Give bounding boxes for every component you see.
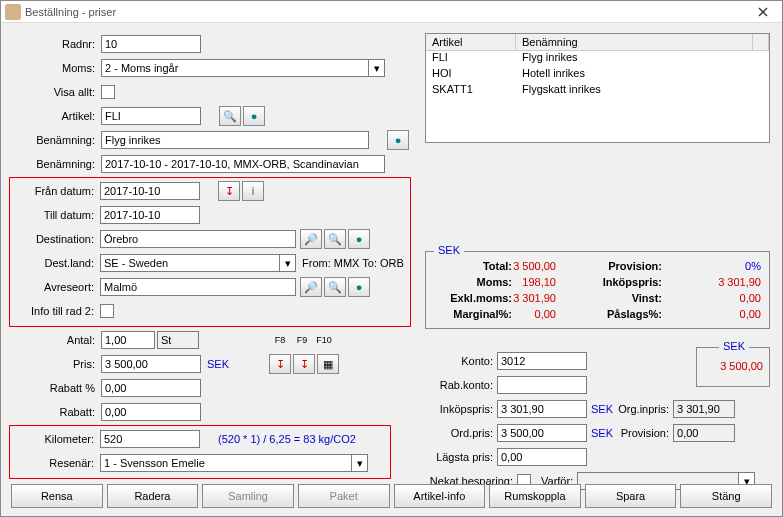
avreseort-label: Avreseort: bbox=[10, 281, 100, 293]
destination-input[interactable]: Örebro bbox=[100, 230, 296, 248]
f9-button[interactable]: ↧ bbox=[293, 354, 315, 374]
artikel-label: Artikel: bbox=[11, 110, 101, 122]
moms-dropdown-icon[interactable]: ▾ bbox=[369, 59, 385, 77]
dot-button[interactable]: ● bbox=[243, 106, 265, 126]
rensa-button[interactable]: Rensa bbox=[11, 484, 103, 508]
info-icon[interactable]: i bbox=[242, 181, 264, 201]
rabkonto-label: Rab.konto: bbox=[425, 379, 497, 391]
resenar-dropdown-icon[interactable]: ▾ bbox=[352, 454, 368, 472]
pris-label: Pris: bbox=[11, 358, 101, 370]
titlebar: Beställning - priser bbox=[1, 1, 782, 23]
benamning-label: Benämning: bbox=[11, 134, 101, 146]
benamning2-input[interactable]: 2017-10-10 - 2017-10-10, MMX-ORB, Scandi… bbox=[101, 155, 385, 173]
table-row: SKATT1Flygskatt inrikes bbox=[426, 83, 769, 99]
radnr-input[interactable]: 10 bbox=[101, 35, 201, 53]
binoculars-icon-2[interactable]: 🔍 bbox=[324, 229, 346, 249]
avreseort-input[interactable]: Malmö bbox=[100, 278, 296, 296]
table-row: FLIFlyg inrikes bbox=[426, 51, 769, 67]
destland-dropdown-icon[interactable]: ▾ bbox=[280, 254, 296, 272]
orginpris-label: Org.inpris: bbox=[613, 403, 673, 415]
inkopspris-input[interactable]: 3 301,90 bbox=[497, 400, 587, 418]
antal-unit: St bbox=[157, 331, 199, 349]
antal-label: Antal: bbox=[11, 334, 101, 346]
lagsta-pris-label: Lägsta pris: bbox=[425, 451, 497, 463]
close-button[interactable] bbox=[748, 3, 778, 21]
co2-text: (520 * 1) / 6,25 = 83 kg/CO2 bbox=[218, 433, 356, 445]
f9-label: F9 bbox=[291, 335, 313, 345]
radnr-label: Radnr: bbox=[11, 38, 101, 50]
grid-header-benamning[interactable]: Benämning bbox=[516, 34, 753, 50]
antal-input[interactable]: 1,00 bbox=[101, 331, 155, 349]
table-row: HOIHotell inrikes bbox=[426, 67, 769, 83]
inkopspris-label: Inköpspris: bbox=[425, 403, 497, 415]
benamning-input[interactable]: Flyg inrikes bbox=[101, 131, 369, 149]
till-datum-input[interactable]: 2017-10-10 bbox=[100, 206, 200, 224]
resenar-label: Resenär: bbox=[10, 457, 100, 469]
konto-input[interactable]: 3012 bbox=[497, 352, 587, 370]
dot-button-4[interactable]: ● bbox=[348, 277, 370, 297]
rabatt-pct-label: Rabatt % bbox=[11, 382, 101, 394]
stang-button[interactable]: Stäng bbox=[680, 484, 772, 508]
moms-select[interactable]: 2 - Moms ingår bbox=[101, 59, 369, 77]
provision-input: 0,00 bbox=[673, 424, 735, 442]
binoculars-icon-3[interactable]: 🔍 bbox=[324, 277, 346, 297]
summary-box: SEK Total:3 500,00 Provision:0% Moms:198… bbox=[425, 251, 770, 329]
kilometer-label: Kilometer: bbox=[10, 433, 100, 445]
ordpris-input[interactable]: 3 500,00 bbox=[497, 424, 587, 442]
lagsta-pris-input[interactable]: 0,00 bbox=[497, 448, 587, 466]
dot-button-3[interactable]: ● bbox=[348, 229, 370, 249]
artikel-input[interactable]: FLI bbox=[101, 107, 201, 125]
rabatt-pct-input[interactable]: 0,00 bbox=[101, 379, 201, 397]
rumskoppla-button[interactable]: Rumskoppla bbox=[489, 484, 581, 508]
ordpris-ccy: SEK bbox=[591, 427, 613, 439]
destland-label: Dest.land: bbox=[10, 257, 100, 269]
pris-currency: SEK bbox=[207, 358, 229, 370]
inkopspris-ccy: SEK bbox=[591, 403, 613, 415]
info-rad2-label: Info till rad 2: bbox=[10, 305, 100, 317]
rabkonto-input[interactable] bbox=[497, 376, 587, 394]
dot-button-2[interactable]: ● bbox=[387, 130, 409, 150]
search-icon[interactable]: 🔎 bbox=[300, 229, 322, 249]
benamning2-label: Benämning: bbox=[11, 158, 101, 170]
paket-button[interactable]: Paket bbox=[298, 484, 390, 508]
window-title: Beställning - priser bbox=[25, 6, 748, 18]
arrow-down-icon[interactable]: ↧ bbox=[218, 181, 240, 201]
destination-label: Destination: bbox=[10, 233, 100, 245]
till-datum-label: Till datum: bbox=[10, 209, 100, 221]
ordpris-label: Ord.pris: bbox=[425, 427, 497, 439]
moms-label: Moms: bbox=[11, 62, 101, 74]
konto-label: Konto: bbox=[425, 355, 497, 367]
summary-legend: SEK bbox=[434, 244, 464, 256]
provision-label: Provision: bbox=[613, 427, 673, 439]
artikel-grid[interactable]: Artikel Benämning FLIFlyg inrikes HOIHot… bbox=[425, 33, 770, 143]
search-icon-2[interactable]: 🔎 bbox=[300, 277, 322, 297]
f10-button[interactable]: ▦ bbox=[317, 354, 339, 374]
kilometer-input[interactable]: 520 bbox=[100, 430, 200, 448]
rabatt-input[interactable]: 0,00 bbox=[101, 403, 201, 421]
rabatt-label: Rabatt: bbox=[11, 406, 101, 418]
samling-button[interactable]: Samling bbox=[202, 484, 294, 508]
orginpris-input: 3 301,90 bbox=[673, 400, 735, 418]
info-rad2-checkbox[interactable] bbox=[100, 304, 114, 318]
destland-select[interactable]: SE - Sweden bbox=[100, 254, 280, 272]
grid-header-artikel[interactable]: Artikel bbox=[426, 34, 516, 50]
spara-button[interactable]: Spara bbox=[585, 484, 677, 508]
resenar-select[interactable]: 1 - Svensson Emelie bbox=[100, 454, 352, 472]
from-to-text: From: MMX To: ORB bbox=[302, 257, 404, 269]
radera-button[interactable]: Radera bbox=[107, 484, 199, 508]
binoculars-icon[interactable]: 🔍 bbox=[219, 106, 241, 126]
f8-button[interactable]: ↧ bbox=[269, 354, 291, 374]
fran-datum-label: Från datum: bbox=[10, 185, 100, 197]
visa-allt-label: Visa allt: bbox=[11, 86, 101, 98]
fran-datum-input[interactable]: 2017-10-10 bbox=[100, 182, 200, 200]
visa-allt-checkbox[interactable] bbox=[101, 85, 115, 99]
app-icon bbox=[5, 4, 21, 20]
pris-input[interactable]: 3 500,00 bbox=[101, 355, 201, 373]
f8-label: F8 bbox=[269, 335, 291, 345]
f10-label: F10 bbox=[313, 335, 335, 345]
artikelinfo-button[interactable]: Artikel-info bbox=[394, 484, 486, 508]
